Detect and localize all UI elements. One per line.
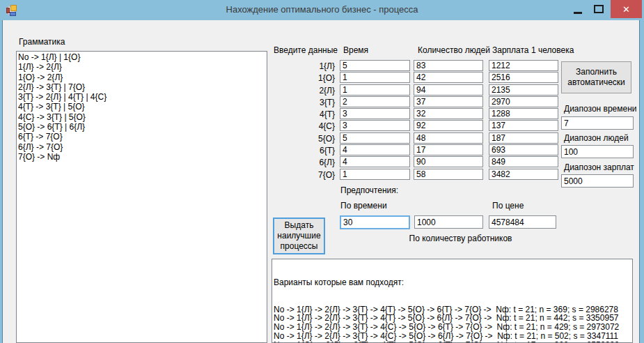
window-title: Нахождение оптимального бизнес - процесс…	[0, 4, 644, 15]
people-input[interactable]	[414, 84, 483, 96]
grammar-listbox[interactable]: No -> 1{Л} | 1{О}1{Л} -> 2{Л}1{О} -> 2{Л…	[16, 51, 267, 343]
grammar-rule[interactable]: No -> 1{Л} | 1{О}	[18, 52, 267, 62]
client-area: Грамматика No -> 1{Л} | 1{О}1{Л} -> 2{Л}…	[3, 20, 639, 343]
salary-input[interactable]	[489, 108, 558, 119]
salary-input[interactable]	[489, 120, 558, 131]
people-input[interactable]	[414, 60, 483, 71]
people-input[interactable]	[414, 132, 483, 144]
grammar-rule[interactable]: 5{О} -> 6{Т} | 6{Л}	[18, 122, 267, 132]
grammar-rule[interactable]: 4{Т} -> 3{Т} | 5{О}	[18, 102, 267, 112]
data-entry-rows: 1{Л}1{О}2{Л}3{Т}4{Т}4{С}5{О}6{Т}6{Л}7{О}	[267, 60, 560, 181]
table-row: 6{Л}	[267, 156, 560, 168]
minimize-button[interactable]	[567, 0, 588, 18]
time-input[interactable]	[340, 144, 410, 155]
people-range-input[interactable]	[561, 145, 634, 158]
row-label: 3{Т}	[268, 98, 335, 107]
salary-input[interactable]	[489, 144, 558, 155]
table-row: 7{О}	[267, 169, 560, 181]
table-row: 2{Л}	[267, 84, 560, 96]
table-row: 5{О}	[267, 132, 560, 144]
grammar-rule[interactable]: 3{Т} -> 2{Л} | 4{Т} | 4{С}	[18, 92, 267, 102]
grammar-rule[interactable]: 6{Т} -> 7{О}	[18, 132, 267, 142]
salary-range-label: Диапозон зарплат	[564, 162, 634, 172]
salary-input[interactable]	[489, 169, 558, 180]
row-label: 1{О}	[268, 73, 335, 83]
time-input[interactable]	[340, 96, 410, 107]
row-label: 5{О}	[268, 134, 335, 144]
table-row: 1{Л}	[267, 60, 560, 72]
people-input[interactable]	[414, 120, 483, 131]
people-range-label: Диапозон людей	[564, 133, 629, 143]
time-input[interactable]	[340, 60, 410, 71]
preference-workers-input[interactable]	[414, 215, 483, 229]
time-range-input[interactable]	[561, 116, 634, 130]
table-row: 3{Т}	[267, 96, 560, 108]
by-time-label: По времени	[340, 201, 387, 211]
by-workers-label: По количеству работников	[400, 234, 521, 243]
time-input[interactable]	[340, 156, 410, 167]
salary-input[interactable]	[489, 156, 558, 167]
results-listbox[interactable]: Варианты которые вам подходят: No -> 1{Л…	[272, 259, 633, 343]
salary-input[interactable]	[489, 72, 558, 83]
time-input[interactable]	[340, 72, 410, 83]
column-header-time: Время	[343, 45, 368, 55]
titlebar: Нахождение оптимального бизнес - процесс…	[0, 0, 644, 20]
grammar-rule[interactable]: 2{Л} -> 3{Т} | 7{О}	[18, 82, 267, 92]
grammar-rule[interactable]: 1{Л} -> 2{Л}	[18, 62, 267, 72]
row-label: 6{Т}	[268, 146, 335, 155]
salary-input[interactable]	[489, 96, 558, 107]
close-icon: ✕	[622, 4, 630, 15]
time-input[interactable]	[340, 84, 410, 96]
salary-input[interactable]	[489, 132, 558, 144]
people-input[interactable]	[414, 169, 483, 180]
salary-input[interactable]	[489, 84, 558, 96]
time-input[interactable]	[340, 132, 410, 144]
grammar-rule[interactable]: 6{Л} -> 7{О}	[18, 142, 267, 152]
people-input[interactable]	[414, 108, 483, 119]
row-label: 4{Т}	[268, 109, 335, 119]
column-header-salary: Зарплата 1 человека	[492, 45, 574, 55]
preferences-label: Предпочтения:	[340, 185, 398, 195]
maximize-icon	[594, 5, 604, 13]
fill-automatically-button[interactable]: Заполнить автоматически	[561, 61, 631, 93]
preference-price-input[interactable]	[489, 215, 556, 229]
grammar-rule[interactable]: 4{С} -> 3{Т} | 5{О}	[18, 112, 267, 122]
people-input[interactable]	[414, 72, 483, 83]
results-header: Варианты которые вам подходят:	[274, 278, 632, 287]
preference-time-input[interactable]	[340, 215, 410, 229]
table-row: 4{С}	[267, 120, 560, 132]
salary-range-input[interactable]	[561, 174, 634, 188]
people-input[interactable]	[414, 156, 483, 167]
table-row: 6{Т}	[267, 144, 560, 156]
people-input[interactable]	[414, 96, 483, 107]
maximize-button[interactable]	[589, 0, 608, 18]
row-label: 2{Л}	[268, 86, 335, 96]
table-row: 1{О}	[267, 72, 560, 84]
grammar-label: Грамматика	[19, 37, 65, 47]
grammar-rule[interactable]: 7{О} -> Nф	[18, 152, 267, 162]
close-button[interactable]: ✕	[611, 0, 642, 18]
grammar-rule[interactable]: 1{О} -> 2{Л}	[18, 73, 267, 82]
salary-input[interactable]	[489, 60, 558, 71]
app-window: Нахождение оптимального бизнес - процесс…	[0, 0, 644, 343]
enter-data-label: Введите данные	[274, 45, 338, 55]
time-range-label: Диапозон времени	[564, 104, 637, 114]
row-label: 6{Л}	[268, 158, 335, 167]
time-input[interactable]	[340, 108, 410, 119]
row-label: 1{Л}	[268, 61, 335, 71]
time-input[interactable]	[340, 120, 410, 131]
minimize-icon	[574, 12, 582, 14]
column-header-people: Количество людей	[418, 45, 490, 55]
people-input[interactable]	[414, 144, 483, 155]
find-best-processes-button[interactable]: Выдать наилучшие процессы	[273, 218, 325, 254]
time-input[interactable]	[340, 169, 410, 180]
row-label: 7{О}	[268, 170, 335, 180]
by-price-label: По цене	[492, 201, 524, 211]
table-row: 4{Т}	[267, 108, 560, 120]
row-label: 4{С}	[268, 121, 335, 131]
